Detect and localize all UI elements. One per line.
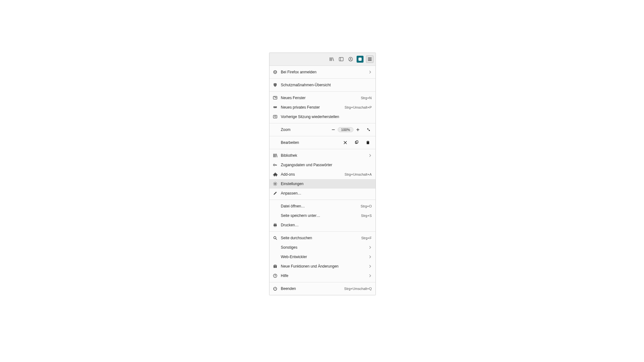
menu-print[interactable]: Drucken… bbox=[269, 220, 375, 230]
menu-restore-session[interactable]: Vorherige Sitzung wiederherstellen bbox=[269, 112, 375, 122]
shield-icon bbox=[272, 82, 278, 88]
menu-settings-label: Einstellungen bbox=[281, 182, 372, 186]
menu-save-page-label: Seite speichern unter… bbox=[281, 213, 358, 218]
menu-whatsnew-label: Neue Funktionen und Änderungen bbox=[281, 264, 366, 269]
app-menu: Bei Firefox anmelden Schutzmaßnahmen-Übe… bbox=[269, 66, 375, 295]
library-icon bbox=[272, 152, 278, 159]
svg-point-6 bbox=[275, 71, 275, 72]
svg-rect-0 bbox=[339, 58, 343, 61]
svg-rect-12 bbox=[356, 141, 358, 143]
library-icon[interactable] bbox=[328, 56, 335, 63]
restore-icon bbox=[272, 114, 278, 120]
svg-point-9 bbox=[276, 107, 276, 107]
chevron-right-icon bbox=[369, 71, 372, 74]
menu-new-window-shortcut: Strg+N bbox=[361, 96, 372, 100]
gift-icon bbox=[272, 263, 278, 269]
menu-quit[interactable]: Beenden Strg+Umschalt+Q bbox=[269, 284, 375, 293]
window-new-icon bbox=[272, 95, 278, 101]
zoom-in-button[interactable] bbox=[354, 126, 362, 133]
search-icon bbox=[272, 235, 278, 241]
account-circle-icon bbox=[272, 69, 278, 75]
menu-signin[interactable]: Bei Firefox anmelden bbox=[269, 67, 375, 77]
svg-rect-19 bbox=[274, 226, 276, 227]
menu-find-label: Seite durchsuchen bbox=[281, 236, 359, 240]
menu-find-shortcut: Strg+F bbox=[361, 236, 372, 240]
menu-open-file-shortcut: Strg+O bbox=[361, 204, 372, 208]
menu-find[interactable]: Seite durchsuchen Strg+F bbox=[269, 233, 375, 243]
menu-addons-shortcut: Strg+Umschalt+A bbox=[345, 173, 372, 176]
menu-restore-session-label: Vorherige Sitzung wiederherstellen bbox=[281, 115, 372, 119]
chevron-right-icon bbox=[369, 274, 372, 277]
menu-open-file[interactable]: Datei öffnen… Strg+O bbox=[269, 201, 375, 211]
menu-addons-label: Add-ons bbox=[281, 172, 342, 177]
menu-customize[interactable]: Anpassen… bbox=[269, 189, 375, 198]
menu-signin-label: Bei Firefox anmelden bbox=[281, 70, 366, 74]
svg-point-2 bbox=[349, 57, 353, 61]
power-icon bbox=[272, 286, 278, 292]
menu-open-file-label: Datei öffnen… bbox=[281, 204, 358, 208]
cut-button[interactable] bbox=[341, 139, 350, 146]
firefox-app-menu-panel: Bei Firefox anmelden Schutzmaßnahmen-Übe… bbox=[269, 53, 376, 295]
chevron-right-icon bbox=[369, 255, 372, 258]
hamburger-menu-button[interactable] bbox=[366, 55, 374, 63]
menu-save-page-shortcut: Strg+S bbox=[361, 214, 372, 218]
menu-new-window[interactable]: Neues Fenster Strg+N bbox=[269, 93, 375, 103]
zoom-out-button[interactable] bbox=[330, 126, 337, 133]
svg-point-16 bbox=[275, 183, 276, 184]
menu-help[interactable]: Hilfe bbox=[269, 271, 375, 280]
menu-new-private-window-label: Neues privates Fenster bbox=[281, 105, 342, 110]
blank-icon bbox=[272, 212, 278, 219]
menu-addons[interactable]: Add-ons Strg+Umschalt+A bbox=[269, 170, 375, 179]
menu-whatsnew[interactable]: Neue Funktionen und Änderungen bbox=[269, 262, 375, 271]
sidebar-toggle-icon[interactable] bbox=[338, 56, 345, 63]
menu-quit-label: Beenden bbox=[281, 286, 342, 291]
svg-rect-4 bbox=[358, 58, 362, 61]
chevron-right-icon bbox=[369, 265, 372, 268]
zoom-value[interactable]: 100% bbox=[338, 127, 353, 132]
menu-logins-label: Zugangsdaten und Passwörter bbox=[281, 163, 372, 167]
svg-point-8 bbox=[274, 107, 275, 107]
menu-zoom-row: Zoom 100% bbox=[269, 125, 375, 134]
svg-rect-13 bbox=[367, 141, 369, 144]
chevron-right-icon bbox=[369, 246, 372, 249]
print-icon bbox=[272, 222, 278, 228]
pencil-icon bbox=[272, 190, 278, 196]
mask-icon bbox=[272, 104, 278, 110]
account-icon[interactable] bbox=[347, 56, 354, 63]
menu-new-private-window[interactable]: Neues privates Fenster Strg+Umschalt+P bbox=[269, 103, 375, 112]
chevron-right-icon bbox=[369, 154, 372, 157]
menu-edit-label: Bearbeiten bbox=[281, 140, 341, 145]
gear-icon bbox=[272, 181, 278, 187]
menu-save-page[interactable]: Seite speichern unter… Strg+S bbox=[269, 211, 375, 220]
menu-other[interactable]: Sonstiges bbox=[269, 243, 375, 252]
svg-rect-10 bbox=[273, 115, 277, 118]
paste-button[interactable] bbox=[364, 139, 372, 146]
copy-button[interactable] bbox=[352, 139, 361, 146]
menu-devtools[interactable]: Web-Entwickler bbox=[269, 252, 375, 262]
blank-icon bbox=[272, 203, 278, 209]
menu-logins[interactable]: Zugangsdaten und Passwörter bbox=[269, 160, 375, 170]
menu-edit-row: Bearbeiten bbox=[269, 138, 375, 147]
menu-zoom-label: Zoom bbox=[281, 127, 330, 132]
menu-new-window-label: Neues Fenster bbox=[281, 96, 358, 100]
menu-print-label: Drucken… bbox=[281, 223, 372, 227]
key-icon bbox=[272, 162, 278, 168]
menu-settings[interactable]: Einstellungen bbox=[269, 179, 375, 189]
blank-icon bbox=[272, 244, 278, 251]
menu-quit-shortcut: Strg+Umschalt+Q bbox=[344, 287, 372, 291]
svg-point-3 bbox=[350, 58, 351, 59]
menu-library[interactable]: Bibliothek bbox=[269, 151, 375, 160]
blank-icon bbox=[272, 254, 278, 260]
svg-point-5 bbox=[273, 70, 277, 74]
menu-protections[interactable]: Schutzmaßnahmen-Übersicht bbox=[269, 80, 375, 90]
menu-customize-label: Anpassen… bbox=[281, 191, 372, 195]
fullscreen-button[interactable] bbox=[365, 126, 372, 133]
svg-rect-18 bbox=[274, 223, 276, 224]
help-icon bbox=[272, 273, 278, 279]
extension-icon[interactable] bbox=[357, 56, 364, 63]
menu-new-private-window-shortcut: Strg+Umschalt+P bbox=[345, 105, 372, 109]
menu-protections-label: Schutzmaßnahmen-Übersicht bbox=[281, 83, 372, 87]
puzzle-icon bbox=[272, 171, 278, 178]
svg-rect-14 bbox=[367, 141, 369, 142]
menu-other-label: Sonstiges bbox=[281, 245, 366, 250]
